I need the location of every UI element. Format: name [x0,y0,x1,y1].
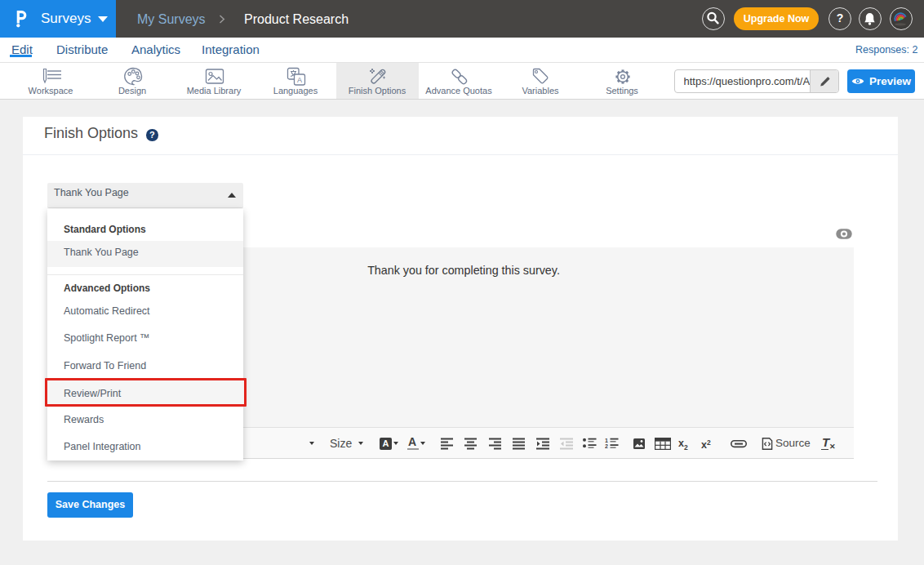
svg-text:1: 1 [605,438,608,443]
svg-text:A: A [297,76,302,84]
svg-text:2: 2 [605,443,608,449]
